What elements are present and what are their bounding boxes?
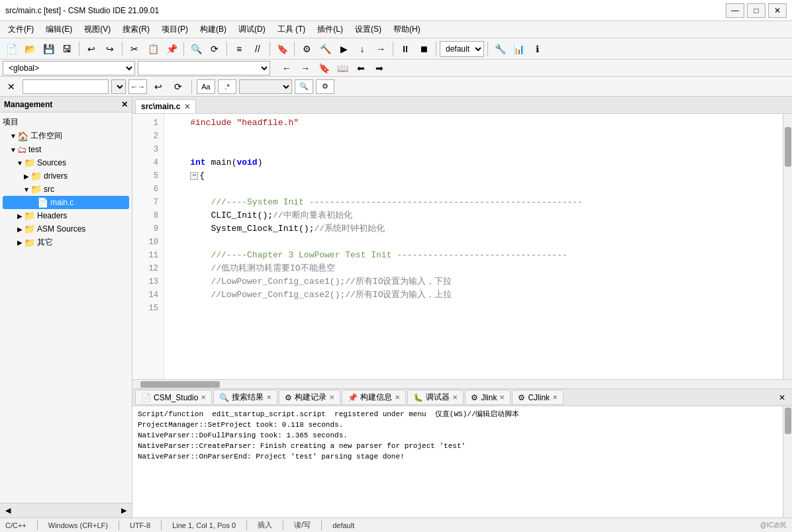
search-execute-button[interactable]: ←→: [128, 79, 147, 94]
close-management-button[interactable]: ✕: [121, 100, 128, 109]
copy-button[interactable]: 📋: [144, 40, 162, 58]
bookmark4-button[interactable]: ➡: [371, 60, 388, 77]
search-input[interactable]: [23, 79, 109, 94]
minimize-button[interactable]: —: [726, 3, 744, 18]
case-button[interactable]: Aa: [197, 79, 215, 94]
logs-scrollbar[interactable]: [783, 406, 792, 517]
config-dropdown[interactable]: default: [440, 41, 484, 57]
bottom-tab-build-info[interactable]: 📌 构建信息 ✕: [342, 390, 406, 405]
stop-button[interactable]: ⏹: [415, 40, 432, 58]
search-button[interactable]: 🔍: [187, 40, 205, 58]
tab-close-button[interactable]: ✕: [184, 103, 190, 111]
build-log-icon: ⚙: [285, 393, 292, 402]
management-header: Management ✕: [0, 97, 132, 112]
cjlink-close[interactable]: ✕: [552, 394, 558, 401]
close-logs-button[interactable]: ✕: [775, 393, 789, 402]
bookmark3-button[interactable]: ⬅: [352, 60, 370, 77]
run-step-button[interactable]: ▶: [335, 40, 352, 58]
debugger-close[interactable]: ✕: [452, 394, 458, 401]
tree-project-test[interactable]: ▼ 🗂 test: [3, 143, 129, 156]
maximize-button[interactable]: □: [747, 3, 766, 18]
whole-word-button[interactable]: .*: [218, 79, 236, 94]
build-log-close[interactable]: ✕: [329, 394, 334, 401]
search-back-button[interactable]: ↩: [150, 78, 167, 95]
global-dropdown[interactable]: <global>: [3, 61, 135, 75]
menu-edit[interactable]: 编辑(E): [40, 22, 77, 36]
replace-dropdown[interactable]: [239, 79, 292, 94]
menu-settings[interactable]: 设置(S): [350, 22, 387, 36]
search-replace-button[interactable]: ⟳: [170, 78, 187, 95]
build-button[interactable]: 🔨: [317, 40, 334, 58]
bookmark1-button[interactable]: 🔖: [315, 60, 332, 77]
editor-tab-main-c[interactable]: src\main.c ✕: [135, 99, 196, 113]
search-opt-button[interactable]: ⚙: [316, 79, 334, 94]
jlink-close[interactable]: ✕: [499, 394, 505, 401]
menu-file[interactable]: 文件(F): [3, 22, 39, 36]
extra3-button[interactable]: ℹ: [528, 40, 546, 58]
tree-sources[interactable]: ▼ 📁 Sources: [3, 156, 129, 169]
h-scrollbar-thumb[interactable]: [140, 381, 220, 388]
bottom-tab-cjlink[interactable]: ⚙ CJlink ✕: [512, 390, 564, 405]
save-button[interactable]: 💾: [40, 40, 57, 58]
tree-main-c[interactable]: 📄 main.c: [3, 196, 129, 209]
close-search-button[interactable]: ✕: [3, 78, 20, 95]
new-file-button[interactable]: 📄: [3, 40, 20, 58]
search-close[interactable]: ✕: [266, 394, 272, 401]
menu-build[interactable]: 构建(B): [195, 22, 232, 36]
replace-button[interactable]: ⟳: [206, 40, 223, 58]
nav-back-button[interactable]: ←: [278, 60, 295, 77]
redo-button[interactable]: ↪: [101, 40, 119, 58]
tree-other[interactable]: ▶ 📁 其它: [3, 236, 129, 249]
bottom-tab-jlink[interactable]: ⚙ Jlink ✕: [465, 390, 511, 405]
log-line-2: NativeParser::DoFullParsing took: 1.365 …: [138, 430, 777, 441]
build-info-close[interactable]: ✕: [395, 394, 400, 401]
editor-scrollbar-horizontal[interactable]: [132, 379, 792, 388]
compile-button[interactable]: ⚙: [298, 40, 315, 58]
sidebar-nav-left[interactable]: ◀: [3, 506, 13, 515]
extra2-button[interactable]: 📊: [510, 40, 527, 58]
cut-button[interactable]: ✂: [126, 40, 143, 58]
close-button[interactable]: ✕: [768, 3, 787, 18]
search-go-button[interactable]: 🔍: [295, 79, 313, 94]
menu-help[interactable]: 帮助(H): [388, 22, 426, 36]
scrollbar-thumb[interactable]: [785, 127, 791, 167]
tree-asm[interactable]: ▶ 📁 ASM Sources: [3, 222, 129, 236]
logs-scrollbar-thumb[interactable]: [785, 408, 791, 434]
step-over-button[interactable]: →: [372, 40, 389, 58]
comment-button[interactable]: //: [249, 40, 266, 58]
search-type-dropdown[interactable]: [111, 79, 126, 94]
menu-project[interactable]: 项目(P): [156, 22, 193, 36]
symbol-dropdown[interactable]: [138, 61, 270, 75]
bookmark-button[interactable]: 🔖: [273, 40, 291, 58]
csm-studio-close[interactable]: ✕: [201, 394, 206, 401]
tree-src[interactable]: ▼ 📁 src: [3, 183, 129, 196]
open-file-button[interactable]: 📂: [21, 40, 38, 58]
menu-tools[interactable]: 工具 (T): [272, 22, 311, 36]
extra1-button[interactable]: 🔧: [491, 40, 509, 58]
bottom-tab-build-log[interactable]: ⚙ 构建记录 ✕: [279, 390, 340, 405]
code-content[interactable]: #include "headfile.h" int main(void) −{ …: [164, 114, 783, 379]
editor-scrollbar-vertical[interactable]: [783, 114, 792, 379]
menu-debug[interactable]: 调试(D): [233, 22, 271, 36]
sep4: [226, 42, 227, 56]
menu-search[interactable]: 搜索(R): [117, 22, 155, 36]
code-editor[interactable]: 12345 678910 1112131415 #include "headfi…: [132, 114, 783, 379]
save-all-button[interactable]: 🖫: [58, 40, 75, 58]
code-line-6: [170, 183, 777, 196]
debug-buttons[interactable]: ⏸: [397, 40, 414, 58]
tree-drivers[interactable]: ▶ 📁 drivers: [3, 169, 129, 183]
sidebar-nav-right[interactable]: ▶: [119, 506, 129, 515]
paste-button[interactable]: 📌: [163, 40, 180, 58]
format-button[interactable]: ≡: [230, 40, 248, 58]
bottom-tab-csm-studio[interactable]: 📄 CSM_Studio ✕: [135, 390, 212, 405]
step-into-button[interactable]: ↓: [354, 40, 371, 58]
bookmark2-button[interactable]: 📖: [334, 60, 351, 77]
menu-plugins[interactable]: 插件(L): [312, 22, 348, 36]
bottom-tab-search[interactable]: 🔍 搜索结果 ✕: [213, 390, 277, 405]
nav-forward-button[interactable]: →: [297, 60, 314, 77]
undo-button[interactable]: ↩: [83, 40, 100, 58]
bottom-tab-debugger[interactable]: 🐛 调试器 ✕: [407, 390, 464, 405]
tree-workspace[interactable]: ▼ 🏠 工作空间: [3, 129, 129, 143]
tree-headers[interactable]: ▶ 📁 Headers: [3, 209, 129, 222]
menu-view[interactable]: 视图(V): [79, 22, 116, 36]
